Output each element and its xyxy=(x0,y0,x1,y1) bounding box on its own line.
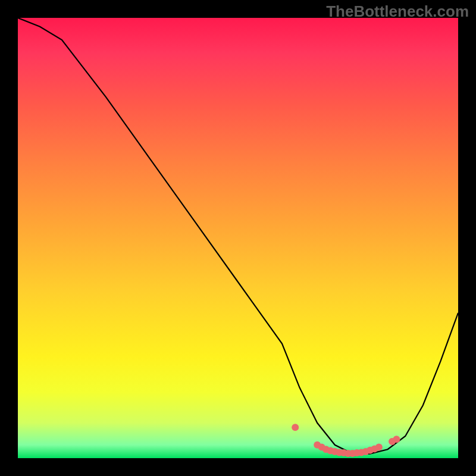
highlight-dot xyxy=(393,436,400,443)
highlight-dots-group xyxy=(292,424,400,457)
watermark-text: TheBottleneck.com xyxy=(326,2,469,21)
bottleneck-curve-line xyxy=(18,18,458,454)
highlight-dot xyxy=(375,444,383,451)
chart-container: TheBottleneck.com xyxy=(0,0,476,476)
plot-area xyxy=(18,18,458,458)
highlight-dot xyxy=(292,424,299,431)
curve-layer xyxy=(18,18,458,458)
